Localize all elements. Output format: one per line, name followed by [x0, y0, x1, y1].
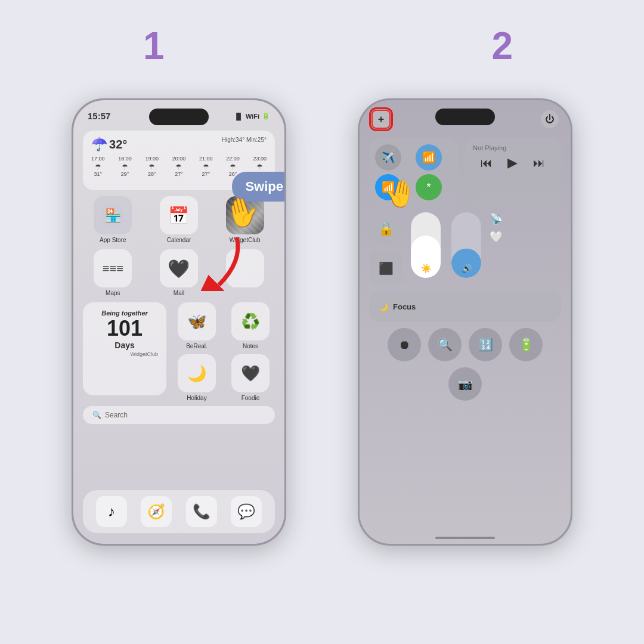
battery-icon: 🔋 [519, 338, 534, 352]
step-1-number: 1 [143, 24, 165, 68]
app-notes[interactable]: ♻️ Notes [226, 302, 275, 349]
phone-icon: 📞 [193, 503, 210, 520]
dock: ♪ 🧭 📞 💬 [83, 490, 275, 533]
search-placeholder: Search [105, 411, 128, 419]
app-icon-mail: 🖤 [160, 249, 198, 287]
safari-icon: 🧭 [147, 503, 165, 520]
cc-media-controls: ⏮ ▶ ⏭ [473, 155, 553, 171]
cc-cellular-btn[interactable]: 📶 [416, 144, 442, 171]
search-bar[interactable]: 🔍 Search [83, 406, 275, 424]
cc-airplane-btn[interactable]: ✈️ [375, 144, 401, 171]
forecast-5: 21:00 ☂ 27° [199, 156, 213, 177]
app-foodie[interactable]: 🖤 Foodie [226, 354, 275, 401]
music-icon: ♪ [108, 503, 115, 520]
page-container: 1 2 15:57 ▐▌ WiFi 🔋 ☂️ [0, 0, 644, 644]
app-icon-holiday: 🌙 [178, 354, 216, 392]
app-label-calendar: Calendar [167, 237, 191, 243]
step-2-number: 2 [491, 24, 513, 68]
svg-text:🏪: 🏪 [105, 208, 122, 224]
weather-high-low: High:34° Min:25° [222, 137, 267, 143]
cc-media-player: Not Playing ⏮ ▶ ⏭ [465, 138, 561, 206]
weather-umbrella-icon: ☂️ [91, 137, 107, 151]
cc-power-button[interactable]: ⏻ [541, 110, 559, 128]
cc-right-icons: 📡 🤍 [490, 212, 503, 243]
cc-camera-row: 📷 [369, 367, 561, 401]
status-time: 15:57 [88, 111, 110, 121]
cc-grid: ✈️ 📶 📶 * Not Playing [360, 134, 571, 405]
app-label-notes: Notes [243, 343, 258, 349]
cc-rotation-lock-btn[interactable]: 🔒 [369, 212, 402, 246]
heart-icon: 🤍 [490, 230, 503, 243]
cc-battery-btn[interactable]: 🔋 [509, 328, 543, 361]
app-calendar[interactable]: 📅 Calendar [149, 196, 209, 243]
dock-messages[interactable]: 💬 [231, 496, 262, 527]
search-icon: 🔍 [92, 411, 101, 419]
app-maps[interactable]: ≡≡≡ Maps [83, 249, 143, 296]
app-icon-notes: ♻️ [231, 302, 270, 340]
home-indicator-2 [435, 537, 495, 539]
status-icons: ▐▌ WiFi 🔋 [234, 112, 270, 120]
being-widget-label: WidgetClub [91, 351, 158, 357]
weather-left: ☂️ 32° [91, 137, 127, 152]
being-days-word: Days [91, 340, 158, 350]
volume-icon: 🔊 [462, 264, 472, 273]
calculator-icon: 🔢 [478, 338, 493, 352]
cc-bluetooth-btn[interactable]: * [416, 174, 442, 200]
forecast-4: 20:00 ☂ 27° [172, 156, 186, 177]
add-btn-wrap: + [371, 110, 391, 129]
cc-play-btn[interactable]: ▶ [507, 155, 518, 171]
app-label-appstore: App Store [100, 237, 126, 243]
dock-phone[interactable]: 📞 [186, 496, 217, 527]
moon-icon: 🌙 [379, 302, 388, 311]
rotation-lock-icon: 🔒 [378, 221, 394, 237]
dock-music[interactable]: ♪ [96, 496, 127, 527]
cc-camera-btn[interactable]: 📷 [448, 367, 482, 401]
app-icon-appstore: 🏪 [94, 196, 132, 234]
cc-rewind-btn[interactable]: ⏮ [481, 156, 493, 170]
wifi-icon: WiFi [246, 113, 259, 120]
cc-brightness-slider[interactable]: ☀️ [411, 212, 441, 278]
add-button-highlight [369, 107, 393, 131]
cc-fastforward-btn[interactable]: ⏭ [533, 156, 545, 170]
small-app-grid: 🦋 BeReal. ♻️ Notes 🌙 Holiday 🖤 [172, 302, 275, 401]
app-label-foodie: Foodie [242, 395, 260, 401]
battery-icon: 🔋 [262, 112, 270, 120]
brightness-icon: ☀️ [421, 264, 431, 273]
forecast-2: 18:00 ☂ 29° [118, 156, 132, 177]
cc-bottom-row: ⏺ 🔍 🔢 🔋 [369, 328, 561, 361]
wireless-icon: 📡 [490, 212, 503, 225]
cc-calculator-btn[interactable]: 🔢 [469, 328, 502, 361]
cc-mirror-btn[interactable]: ⬛ [369, 252, 402, 285]
cc-record-btn[interactable]: ⏺ [388, 328, 421, 361]
app-bereal[interactable]: 🦋 BeReal. [172, 302, 221, 349]
cc-not-playing: Not Playing [473, 144, 553, 151]
app-appstore[interactable]: 🏪 App Store [83, 196, 143, 243]
zoom-icon: 🔍 [438, 338, 453, 352]
cc-zoom-btn[interactable]: 🔍 [428, 328, 462, 361]
app-label-holiday: Holiday [187, 395, 206, 401]
signal-icon: ▐▌ [234, 113, 243, 120]
cc-volume-slider[interactable]: 🔊 [451, 212, 481, 278]
app-label-bereal: BeReal. [186, 343, 208, 349]
cellular-icon: 📶 [422, 151, 435, 164]
focus-label: Focus [393, 302, 416, 311]
app-holiday[interactable]: 🌙 Holiday [172, 354, 221, 401]
app-icon-calendar: 📅 [160, 196, 198, 234]
camera-icon: 📷 [458, 377, 473, 391]
mirror-icon: ⬛ [379, 261, 394, 275]
weather-top: ☂️ 32° High:34° Min:25° [91, 137, 267, 152]
swipe-label: Swipe [245, 179, 283, 194]
hand-cursor-2: ✋ [381, 175, 419, 212]
app-icon-foodie: 🖤 [231, 354, 270, 392]
bluetooth-icon: * [426, 181, 431, 194]
app-label-mail: Mail [174, 290, 184, 296]
phone-2: + ▐▌ po ⏰ 96% ▬ ⏻ [358, 98, 572, 546]
dock-safari[interactable]: 🧭 [141, 496, 172, 527]
red-arrow [201, 231, 249, 293]
power-icon: ⏻ [545, 114, 555, 125]
app-mail[interactable]: 🖤 Mail [149, 249, 209, 296]
messages-icon: 💬 [237, 503, 255, 520]
phone-1: 15:57 ▐▌ WiFi 🔋 ☂️ 32° Hig [72, 98, 286, 546]
cc-row-2: 🔒 ⬛ ☀️ 🔊 📡 [369, 212, 561, 285]
cc-focus-tile[interactable]: 🌙 Focus [369, 291, 561, 322]
